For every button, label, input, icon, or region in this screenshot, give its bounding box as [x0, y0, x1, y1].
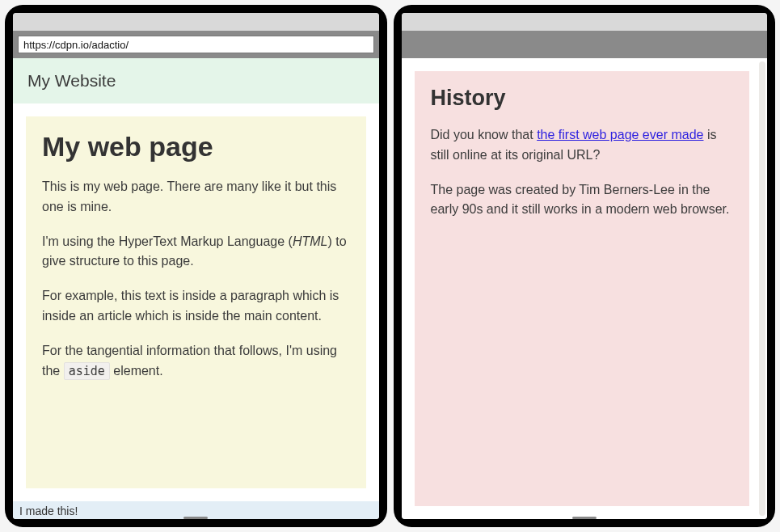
- article-paragraph: I'm using the HyperText Markup Language …: [42, 232, 350, 272]
- article-paragraph: For example, this text is inside a parag…: [42, 286, 350, 327]
- aside-paragraph: Did you know that the first web page eve…: [431, 125, 734, 166]
- device-frame-left: My Website My web page This is my web pa…: [5, 5, 387, 527]
- browser-address-bar: [13, 31, 379, 58]
- home-indicator-icon[interactable]: [572, 517, 597, 519]
- aside-paragraph: The page was created by Tim Berners-Lee …: [431, 180, 734, 221]
- inline-code: aside: [64, 362, 110, 380]
- article-paragraph: For the tangential information that foll…: [42, 341, 350, 382]
- status-bar: [402, 13, 768, 31]
- status-bar: [13, 13, 379, 31]
- home-indicator-icon[interactable]: [183, 517, 208, 519]
- aside-card: History Did you know that the first web …: [415, 71, 750, 506]
- device-screen-right: History Did you know that the first web …: [402, 13, 768, 519]
- page-viewport-right: History Did you know that the first web …: [402, 58, 768, 519]
- footer-text: I made this!: [19, 505, 78, 517]
- main-content: History Did you know that the first web …: [402, 58, 768, 519]
- scrollbar[interactable]: [759, 61, 765, 516]
- first-webpage-link[interactable]: the first web page ever made: [537, 128, 703, 141]
- browser-address-bar: [402, 31, 768, 58]
- page-viewport-left: My Website My web page This is my web pa…: [13, 58, 379, 519]
- article-card: My web page This is my web page. There a…: [26, 116, 366, 488]
- url-input[interactable]: [18, 36, 374, 53]
- site-header: My Website: [13, 58, 379, 103]
- inline-emphasis: HTML: [293, 234, 328, 248]
- main-content: My web page This is my web page. There a…: [13, 103, 379, 501]
- article-paragraph: This is my web page. There are many like…: [42, 177, 350, 217]
- article-heading: My web page: [42, 131, 350, 163]
- device-screen-left: My Website My web page This is my web pa…: [13, 13, 379, 519]
- device-frame-right: History Did you know that the first web …: [394, 5, 776, 527]
- aside-heading: History: [431, 86, 734, 111]
- site-title: My Website: [27, 71, 116, 90]
